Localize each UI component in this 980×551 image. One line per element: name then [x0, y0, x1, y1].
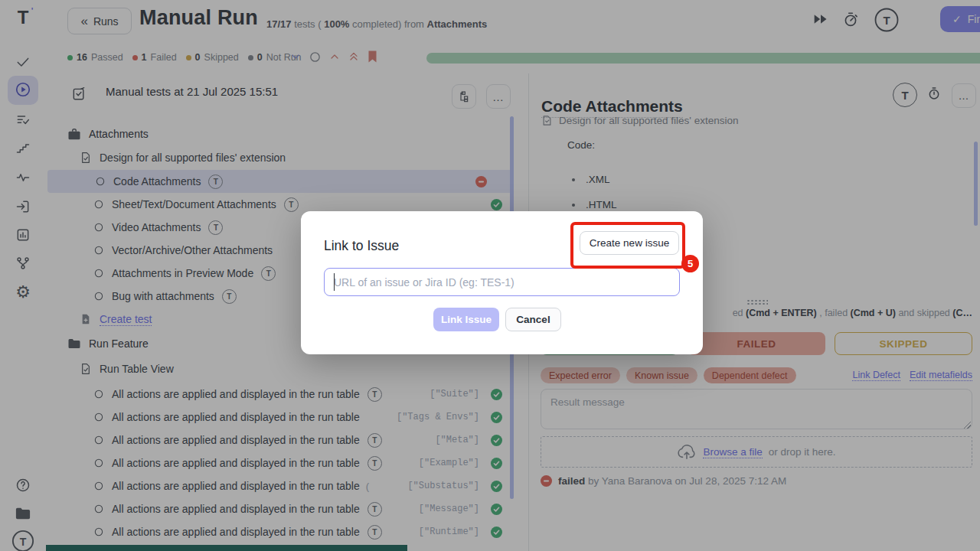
logo-icon: T'	[18, 8, 29, 27]
tree-row-label: Attachments in Preview Mode	[112, 267, 253, 279]
t-badge-icon[interactable]: T	[368, 525, 382, 540]
sidebar-item-settings[interactable]: ⚙	[0, 281, 46, 304]
tree-row-feature-design-for-all-supported-files-extension[interactable]: Design for all supported files' extensio…	[46, 146, 528, 169]
sidebar-item-plans[interactable]	[0, 109, 46, 132]
timer-icon[interactable]	[842, 10, 859, 28]
sidebar-item-steps[interactable]	[0, 137, 46, 160]
status-stat-passed: 16Passed	[67, 52, 123, 63]
sidebar-item-branches[interactable]	[0, 252, 46, 275]
stopwatch-icon[interactable]	[926, 85, 942, 102]
drag-handle-dots-icon[interactable]	[746, 299, 768, 305]
detail-menu-button[interactable]: …	[952, 83, 976, 108]
tree-row-test-run-table-tags-envs[interactable]: All actions are applied and displayed in…	[46, 406, 528, 429]
sidebar-item-help[interactable]	[0, 474, 46, 497]
failed-minus-circle-icon	[541, 475, 552, 487]
tag-label: ["Suite"]	[430, 389, 479, 399]
tag-label: ["Message"]	[419, 504, 479, 514]
tree-row-label: All actions are applied and displayed in…	[112, 526, 360, 538]
run-status-bar: 16Passed1Failed0Skipped0Not Run	[46, 43, 980, 73]
t-badge-icon[interactable]: T	[261, 266, 276, 281]
chevrons-up-icon[interactable]	[348, 51, 360, 63]
sidebar-item-analytics[interactable]	[0, 223, 46, 246]
tree-row-test-run-table-substatus[interactable]: All actions are applied and displayed in…	[46, 474, 528, 497]
link-defect-link[interactable]: Link Defect	[852, 370, 900, 381]
fast-forward-icon[interactable]	[813, 13, 828, 25]
svg-text:T: T	[883, 14, 890, 27]
test-t-badge-icon[interactable]: T	[893, 83, 917, 107]
back-to-runs-button[interactable]: « Runs	[67, 8, 132, 34]
browse-file-link[interactable]: Browse a file	[703, 446, 762, 458]
finish-run-button[interactable]: ✓ Finish Run	[940, 6, 980, 32]
mark-skipped-button[interactable]: SKIPPED	[835, 332, 972, 355]
substatus-badge-expected-error[interactable]: Expected error	[541, 367, 620, 383]
sidebar-item-pulse[interactable]	[0, 166, 46, 189]
radio-icon	[93, 458, 104, 468]
mark-failed-button[interactable]: FAILED	[688, 332, 825, 355]
t-badge-icon[interactable]: T	[368, 502, 382, 517]
passed-check-circle-icon	[491, 504, 502, 515]
circle-icon[interactable]	[309, 51, 322, 64]
branch-icon	[15, 256, 31, 271]
sidebar-item-import[interactable]	[0, 195, 46, 218]
link-issue-button[interactable]: Link Issue	[433, 308, 499, 331]
radio-icon	[95, 176, 106, 187]
bullet-icon	[572, 178, 575, 181]
chevron-down-icon[interactable]	[289, 51, 302, 63]
cancel-button[interactable]: Cancel	[505, 308, 561, 331]
run-title[interactable]: Manual tests at 21 Jul 2025 15:51	[106, 85, 278, 98]
bookmark-icon[interactable]	[367, 50, 378, 64]
t-badge-icon[interactable]: T	[368, 387, 382, 402]
tree-row-label: All actions are applied and displayed in…	[112, 503, 360, 515]
tree-view-toggle-button[interactable]	[452, 84, 476, 109]
status-dot-icon	[186, 55, 191, 60]
tree-row-label: Code Attachments	[113, 175, 201, 187]
tree-menu-button[interactable]: …	[486, 84, 511, 109]
ellipsis-icon: …	[492, 90, 505, 103]
t-badge-icon[interactable]: T	[208, 174, 223, 189]
tree-row-label: All actions are applied and displayed in…	[112, 457, 360, 469]
tree-row-test-run-table-meta[interactable]: All actions are applied and displayed in…	[46, 429, 528, 452]
cloud-upload-icon	[677, 445, 697, 460]
text-caret	[334, 273, 335, 291]
t-badge-icon[interactable]: T	[368, 456, 382, 471]
tree-row-label: Vector/Archive/Other Attachments	[112, 244, 273, 256]
t-badge-icon[interactable]: T	[284, 197, 299, 212]
tree-row-test-run-table-runtime[interactable]: All actions are applied and displayed in…	[46, 520, 528, 543]
stairs-icon	[15, 141, 31, 156]
last-result-line: failed by Yana Baranova on Jul 28, 2025 …	[541, 475, 786, 487]
keyboard-shortcut-hint: ed (Cmd + ENTER) , failed (Cmd + U) and …	[733, 308, 972, 318]
t-badge-icon[interactable]: T	[368, 433, 382, 448]
passed-check-circle-icon	[491, 435, 502, 446]
radio-icon	[93, 291, 104, 302]
textarea-resize-handle[interactable]	[964, 422, 971, 429]
result-message-textarea[interactable]	[541, 389, 972, 429]
tree-row-label: Run Table View	[100, 363, 174, 375]
tree-row-test-code-attachments[interactable]: Code AttachmentsT	[47, 170, 513, 193]
tree-row-feature-run-table-view[interactable]: Run Table View	[46, 357, 528, 380]
tree-row-test-run-table-suite[interactable]: All actions are applied and displayed in…	[46, 383, 528, 406]
detail-scrollbar[interactable]	[974, 142, 978, 226]
feature-breadcrumb: Design for all supported files' extensio…	[541, 114, 738, 127]
substatus-badge-known-issue[interactable]: Known issue	[626, 367, 697, 383]
tree-row-test-run-table-example[interactable]: All actions are applied and displayed in…	[46, 452, 528, 474]
code-extension-list: .XML.HTML	[572, 167, 617, 217]
app-logo[interactable]: T'	[0, 6, 46, 29]
edit-metafields-link[interactable]: Edit metafields	[910, 370, 972, 381]
failed-minus-circle-icon	[475, 176, 487, 187]
sidebar-item-runs[interactable]	[0, 78, 46, 101]
sidebar-item-ready[interactable]	[0, 51, 46, 73]
chevron-up-icon[interactable]	[328, 51, 341, 63]
testomat-logo-circle-icon[interactable]: T	[874, 8, 899, 32]
gear-icon: ⚙	[15, 284, 31, 301]
page-title: Manual Run	[139, 6, 258, 30]
t-badge-icon[interactable]: T	[222, 289, 237, 304]
issue-url-input[interactable]	[324, 268, 680, 296]
t-badge-icon[interactable]: T	[208, 220, 223, 235]
sidebar-item-projects[interactable]	[0, 502, 46, 525]
substatus-badge-dependent-defect[interactable]: Dependent defect	[704, 367, 796, 383]
drop-hint-text: or drop it here.	[769, 446, 836, 458]
tree-row-suite-attachments[interactable]: Attachments	[46, 122, 528, 145]
tree-row-test-run-table-message[interactable]: All actions are applied and displayed in…	[46, 497, 528, 520]
sidebar-item-account[interactable]: T	[0, 530, 46, 551]
file-dropzone[interactable]: Browse a file or drop it here.	[541, 436, 972, 468]
